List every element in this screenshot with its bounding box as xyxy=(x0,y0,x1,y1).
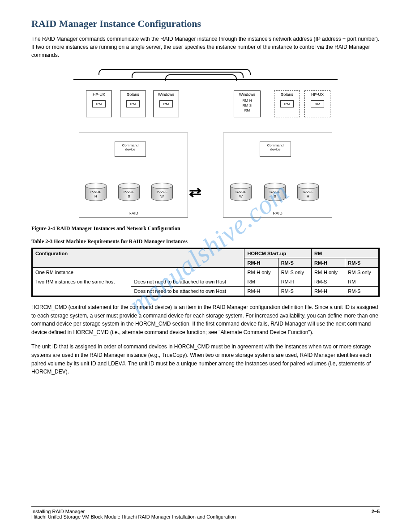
col-group-rm: RM xyxy=(312,249,379,258)
host-windows-left: Windows RM xyxy=(153,90,179,117)
host-label: HP-UX xyxy=(86,92,111,97)
rm-stack: RM-H RM-S RM xyxy=(234,98,260,113)
host-label: Windows xyxy=(234,92,260,97)
command-device-left: Command device xyxy=(115,142,146,157)
cylinder-pvol-s: P-VOL S xyxy=(118,183,140,204)
cell: RM-S xyxy=(312,277,345,287)
cyl-label: S-VOL H xyxy=(297,190,319,199)
table-row: Two RM instances on the same host Does n… xyxy=(32,277,379,287)
network-diagram: HP-UX RM Solaris RM Windows RM Windows R… xyxy=(73,65,338,220)
host-solaris-right: Solaris RM xyxy=(274,90,300,117)
footer-section-title: Installing RAID Manager xyxy=(31,509,236,514)
cmd-label: Command device xyxy=(115,143,146,151)
figure-container: HP-UX RM Solaris RM Windows RM Windows R… xyxy=(31,65,380,222)
cell: Does not need to be attached to own Host xyxy=(131,287,244,296)
host-label: Solaris xyxy=(120,92,146,97)
cell: RM-S xyxy=(278,287,311,296)
cell: RM-H only xyxy=(312,268,345,277)
page-footer: Installing RAID Manager Hitachi Unifed S… xyxy=(31,506,380,519)
raid-label: RAID xyxy=(223,211,332,215)
cell: RM-S only xyxy=(278,268,311,277)
host-windows-right: Windows RM-H RM-S RM xyxy=(234,90,261,117)
footer-page-number: 2–5 xyxy=(372,509,380,519)
rm-box: RM xyxy=(311,100,324,107)
col-horcm-start: HORCM Start-up xyxy=(244,249,312,258)
cyl-label: P-VOL H xyxy=(85,190,107,199)
col-h-rmh: RM-H xyxy=(312,258,345,268)
cyl-label: S-VOL W xyxy=(230,190,252,199)
requirements-table: Configuration HORCM Start-up RM RM-H RM-… xyxy=(31,248,380,297)
rm-box: RM xyxy=(92,100,106,107)
cell: RM-H only xyxy=(244,268,278,277)
intro-paragraph: The RAID Manager commands communicate wi… xyxy=(31,35,380,59)
rm-stack-item: RM-H xyxy=(234,98,260,103)
cell: RM-H xyxy=(312,287,345,296)
host-solaris-left: Solaris RM xyxy=(120,90,146,117)
network-line xyxy=(73,79,338,80)
cell: One RM instance xyxy=(32,268,244,277)
cell: Two RM instances on the same host xyxy=(32,277,131,296)
cyl-label: P-VOL S xyxy=(118,190,140,199)
rm-box: RM xyxy=(126,100,140,107)
page-title: RAID Manager Instance Configurations xyxy=(31,18,380,30)
col-configuration: Configuration xyxy=(32,249,244,268)
cell: RM-S only xyxy=(345,268,379,277)
rm-box: RM xyxy=(159,100,173,107)
host-label: Windows xyxy=(154,92,179,97)
cell: RM-S xyxy=(345,287,379,296)
cyl-label: S-VOL S xyxy=(264,190,286,199)
footer-left: Installing RAID Manager Hitachi Unifed S… xyxy=(31,509,236,519)
table-caption: Table 2-3 Host Machine Requirements for … xyxy=(31,238,380,245)
cylinder-pvol-h: P-VOL H xyxy=(85,183,107,204)
cell: RM xyxy=(244,277,278,287)
rm-box: RM xyxy=(280,100,294,107)
cyl-label: P-VOL W xyxy=(151,190,173,199)
cylinder-pvol-w: P-VOL W xyxy=(151,183,173,204)
cell: RM-H xyxy=(278,277,311,287)
footer-doc-title: Hitachi Unifed Storage VM Block Module H… xyxy=(31,514,236,519)
cell: Does not need to be attached to own Host xyxy=(131,277,244,287)
paragraph: The unit ID that is assigned in order of… xyxy=(31,343,380,376)
raid-label: RAID xyxy=(79,211,188,215)
col-h-rms: RM-S xyxy=(345,258,379,268)
col-rms: RM-S xyxy=(278,258,311,268)
cylinder-svol-s: S-VOL S xyxy=(264,183,286,204)
host-hpux-left: HP-UX RM xyxy=(86,90,112,117)
rm-stack-item: RM-S xyxy=(234,103,260,108)
host-label: HP-UX xyxy=(305,92,330,97)
paragraph: HORCM_CMD (control statement for the com… xyxy=(31,303,380,336)
host-hpux-right: HP-UX RM xyxy=(304,90,330,117)
replication-arrow-icon: ⇄ xyxy=(189,184,201,199)
figure-caption: Figure 2-4 RAID Manager Instances and Ne… xyxy=(31,225,380,232)
rm-stack-item: RM xyxy=(234,108,260,113)
cmd-label: Command device xyxy=(260,143,291,151)
col-rmh: RM-H xyxy=(244,258,278,268)
table-row: One RM instance RM-H only RM-S only RM-H… xyxy=(32,268,379,277)
cylinder-svol-w: S-VOL W xyxy=(230,183,252,204)
host-label: Solaris xyxy=(274,92,300,97)
cell: RM-H xyxy=(244,287,278,296)
page-number: 2–5 xyxy=(372,509,380,514)
command-device-right: Command device xyxy=(260,142,291,157)
cell: RM xyxy=(345,277,379,287)
body-text: HORCM_CMD (control statement for the com… xyxy=(31,303,380,376)
cylinder-svol-h: S-VOL H xyxy=(297,183,319,204)
table-header-row: Configuration HORCM Start-up RM xyxy=(32,249,379,258)
